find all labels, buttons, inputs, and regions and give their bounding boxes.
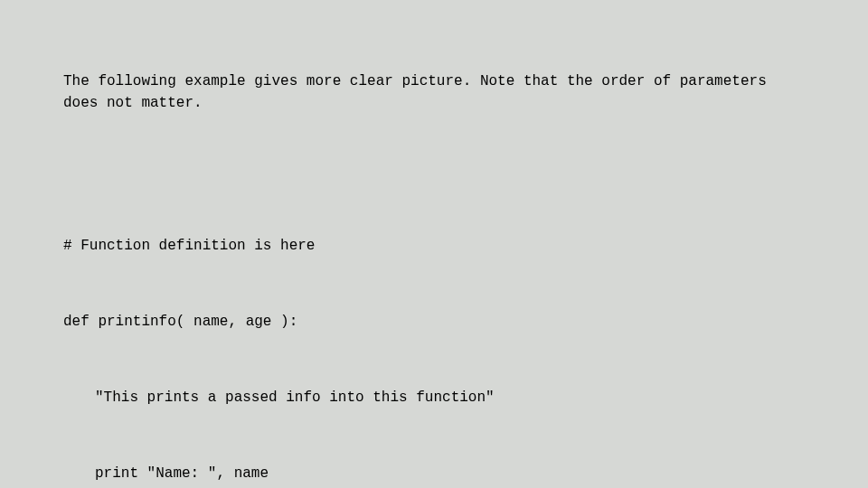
intro-paragraph: The following example gives more clear p… (63, 70, 805, 114)
document-content: The following example gives more clear p… (63, 27, 805, 488)
code-block: # Function definition is here def printi… (63, 192, 805, 488)
code-docstring: "This prints a passed info into this fun… (63, 387, 805, 408)
code-print-name: print "Name: ", name (63, 463, 805, 484)
code-def: def printinfo( name, age ): (63, 311, 805, 333)
code-comment: # Function definition is here (63, 235, 805, 257)
